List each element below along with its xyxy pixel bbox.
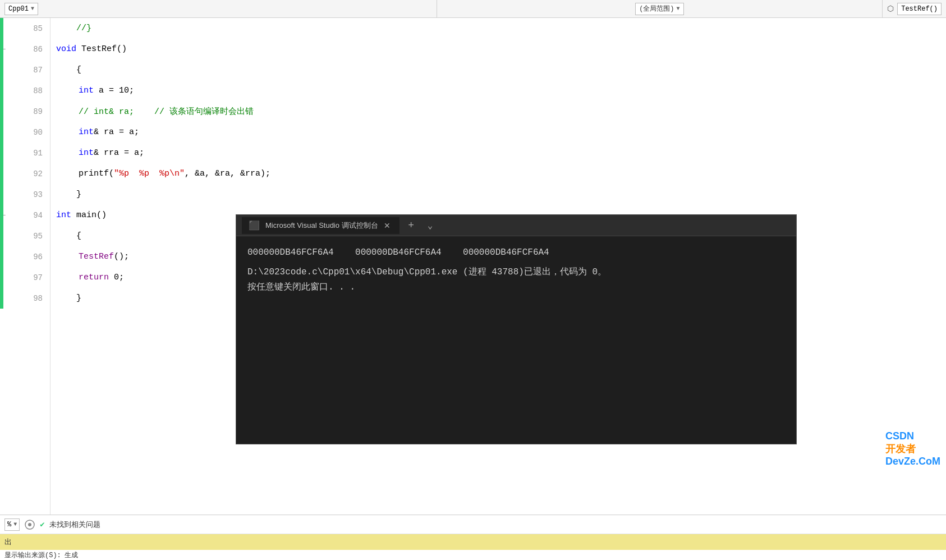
output-label: 出 — [4, 537, 12, 547]
debug-more-button[interactable]: ⌄ — [423, 218, 438, 233]
zoom-dropdown-arrow: ▼ — [13, 521, 17, 527]
devzecom-label: DevZe.CoM — [885, 456, 940, 467]
line-row-92: 92 — [0, 163, 50, 184]
devze-label: 开发者 — [885, 443, 916, 455]
line-row-85: 85 — [0, 18, 50, 39]
code-keyword-86: void — [56, 44, 76, 54]
code-func-96: TestRef — [79, 252, 114, 261]
green-bar-90 — [0, 122, 3, 143]
line-num-94: 94 — [13, 211, 47, 220]
debug-output-line2: D:\2023code.c\Cpp01\x64\Debug\Cpp01.exe … — [247, 265, 785, 280]
function-dropdown-label: TestRef() — [901, 5, 938, 13]
line-num-92: 92 — [13, 169, 47, 178]
green-bar-87 — [0, 59, 3, 80]
line-num-89: 89 — [13, 107, 47, 116]
green-bar-95 — [0, 226, 3, 246]
editor-area: 85 − 86 87 88 89 90 — [0, 18, 946, 515]
svg-point-1 — [28, 523, 31, 526]
line-gutter: 85 − 86 87 88 89 90 — [0, 18, 50, 515]
line-num-96: 96 — [13, 253, 47, 261]
code-text-94: main() — [71, 210, 107, 220]
green-bar-96 — [0, 246, 3, 267]
intellisense-icon[interactable] — [24, 519, 35, 530]
code-text-97: 0; — [109, 273, 124, 282]
line-row-86: − 86 — [0, 39, 50, 59]
code-text-98: } — [56, 293, 81, 303]
line-num-98: 98 — [13, 294, 47, 303]
file-dropdown[interactable]: Cpp01 ▼ — [4, 3, 38, 15]
code-line-85: //} — [56, 18, 946, 39]
debug-close-button[interactable]: ✕ — [382, 220, 393, 231]
line-num-87: 87 — [13, 66, 47, 75]
green-bar-85 — [0, 18, 3, 39]
code-text-91: & rra = a; — [94, 148, 144, 158]
line-row-96: 96 — [0, 246, 50, 267]
green-bar-91 — [0, 143, 3, 163]
left-dropdown-area: Cpp01 ▼ — [0, 0, 437, 17]
debug-output-line1: 000000DB46FCF6A4 000000DB46FCF6A4 000000… — [247, 245, 785, 260]
build-label: 生成 — [65, 550, 78, 560]
status-line1: % ▼ ✔ 未找到相关问题 — [0, 515, 946, 534]
line-num-95: 95 — [13, 232, 47, 241]
right-dropdown-area: ⬡ TestRef() — [882, 0, 946, 17]
output-bar2: 显示输出来源(S): 生成 — [0, 550, 946, 560]
code-text-90: & ra = a; — [94, 127, 139, 137]
debug-console: ⬛ Microsoft Visual Studio 调试控制台 ✕ + ⌄ 00… — [236, 214, 797, 444]
line-row-87: 87 — [0, 59, 50, 80]
line-num-91: 91 — [13, 149, 47, 158]
function-icon: ⬡ — [887, 4, 894, 13]
line-row-93: 93 — [0, 184, 50, 205]
function-dropdown[interactable]: TestRef() — [897, 3, 942, 15]
code-text-86: TestRef() — [76, 44, 127, 54]
code-kw-97: return — [79, 273, 109, 282]
line-row-95: 95 — [0, 226, 50, 246]
debug-output: 000000DB46FCF6A4 000000DB46FCF6A4 000000… — [236, 236, 796, 444]
code-str-92: "%p %p %p\n" — [114, 169, 185, 178]
code-text-87: { — [56, 65, 81, 75]
code-line-90: int & ra = a; — [56, 122, 946, 143]
line-row-88: 88 — [0, 80, 50, 101]
line-num-90: 90 — [13, 128, 47, 137]
no-issues-text: 未找到相关问题 — [49, 520, 100, 530]
scope-dropdown[interactable]: (全局范围) ▼ — [635, 3, 683, 15]
scope-dropdown-area: (全局范围) ▼ — [437, 3, 883, 15]
code-kw-90: int — [79, 127, 94, 137]
check-icon: ✔ — [40, 520, 44, 529]
code-kw-88: int — [79, 86, 94, 95]
code-line-91: int & rra = a; — [56, 143, 946, 163]
line-row-98: 98 — [0, 288, 50, 309]
code-line-88: int a = 10; — [56, 80, 946, 101]
line-row-89: 89 — [0, 101, 50, 122]
line-num-93: 93 — [13, 190, 47, 199]
zoom-percent-dropdown[interactable]: % ▼ — [4, 518, 20, 531]
line-num-85: 85 — [13, 24, 47, 33]
code-comment-89: // int& ra; // 该条语句编译时会出错 — [79, 106, 254, 117]
dropdown-arrow-icon: ▼ — [31, 6, 34, 12]
code-line-89: // int& ra; // 该条语句编译时会出错 — [56, 101, 946, 122]
code-line-86: void TestRef() — [56, 39, 946, 59]
code-text-88: a = 10; — [94, 86, 134, 95]
output-bar: 出 — [0, 534, 946, 550]
zoom-percent-label: % — [7, 521, 11, 529]
intellisense-svg — [25, 520, 35, 530]
line-row-97: 97 — [0, 267, 50, 288]
code-text-96: (); — [114, 252, 129, 261]
green-bar-89 — [0, 101, 3, 122]
line-row-90: 90 — [0, 122, 50, 143]
line-row-94: − 94 — [0, 205, 50, 226]
scope-dropdown-label: (全局范围) — [639, 4, 674, 13]
terminal-icon: ⬛ — [249, 220, 260, 231]
code-line-92: printf("%p %p %p\n", &a, &ra, &rra); — [56, 163, 946, 184]
csdn-label: CSDN — [885, 430, 914, 442]
code-line-87: { — [56, 59, 946, 80]
green-bar-98 — [0, 288, 3, 309]
green-bar-92 — [0, 163, 3, 184]
debug-add-tab-button[interactable]: + — [404, 218, 419, 233]
debug-titlebar: ⬛ Microsoft Visual Studio 调试控制台 ✕ + ⌄ — [236, 215, 796, 236]
code-args-92: , &a, &ra, &rra); — [185, 169, 270, 178]
green-bar-86 — [0, 39, 3, 59]
debug-tab[interactable]: ⬛ Microsoft Visual Studio 调试控制台 ✕ — [242, 217, 399, 234]
scope-dropdown-arrow-icon: ▼ — [677, 6, 680, 12]
line-num-97: 97 — [13, 273, 47, 282]
show-output-label: 显示输出来源(S): — [4, 550, 61, 560]
